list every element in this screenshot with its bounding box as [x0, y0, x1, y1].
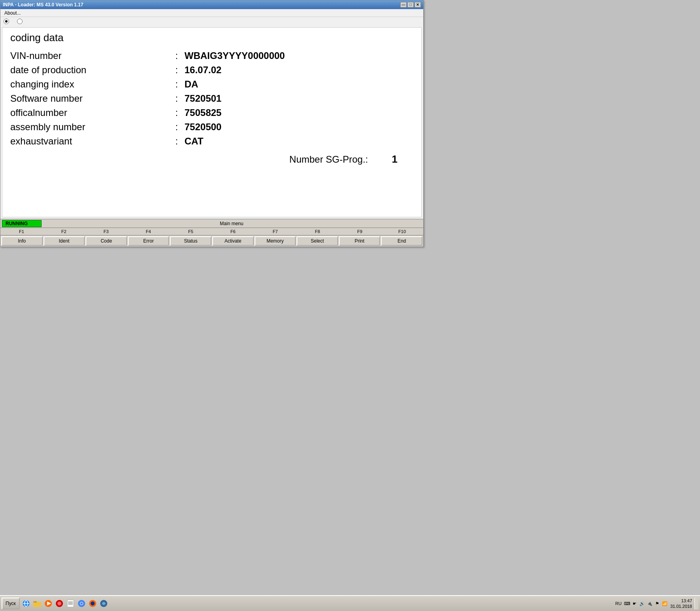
tray-icon-hand: ☛	[632, 600, 638, 607]
fkey-f7: F7	[254, 229, 297, 234]
button-print[interactable]: Print	[339, 236, 380, 246]
colon-assembly: :	[169, 121, 185, 133]
label-date: date of production	[10, 65, 169, 76]
colon-software: :	[169, 93, 185, 104]
radio-area	[0, 17, 423, 26]
value-official: 7505825	[185, 107, 221, 118]
value-date: 16.07.02	[185, 65, 221, 76]
label-software: Software number	[10, 93, 169, 104]
button-code[interactable]: Code	[86, 236, 127, 246]
fkey-f4: F4	[127, 229, 169, 234]
label-official: officalnumber	[10, 107, 169, 118]
taskbar-icon-firefox[interactable]	[88, 599, 97, 608]
section-title: coding data	[10, 32, 413, 44]
taskbar-right: RU ⌨ ☛ 🔊 🔌 ⚑ 📶 13:47 31.01.2018	[615, 598, 698, 609]
svg-point-15	[80, 602, 83, 605]
buttons-bar: Info Ident Code Error Status Activate Me…	[0, 235, 423, 247]
label-exhaust: exhaustvariant	[10, 136, 169, 147]
tray-icon-volume: 🔊	[639, 600, 645, 607]
main-menu-label: Main menu	[42, 221, 422, 226]
fkey-f9: F9	[339, 229, 381, 234]
fkey-f6: F6	[212, 229, 254, 234]
maximize-button[interactable]: □	[407, 2, 414, 8]
svg-point-17	[91, 602, 95, 605]
sg-prog-label: Number SG-Prog.:	[289, 154, 368, 165]
svg-point-8	[57, 602, 61, 605]
show-desktop-icon[interactable]	[694, 598, 698, 609]
value-vin: WBAIG3YYYY0000000	[185, 50, 285, 61]
row-official: officalnumber : 7505825	[10, 107, 413, 118]
button-ident[interactable]: Ident	[44, 236, 85, 246]
radio-circle-1[interactable]	[4, 19, 9, 24]
colon-official: :	[169, 107, 185, 118]
row-vin: VIN-number : WBAIG3YYYY0000000	[10, 50, 413, 61]
button-activate[interactable]: Activate	[212, 236, 254, 246]
tray-icon-flag: ⚑	[654, 600, 660, 607]
button-memory[interactable]: Memory	[255, 236, 296, 246]
menu-bar: About...	[0, 9, 423, 17]
clock-date: 31.01.2018	[670, 603, 692, 609]
close-button[interactable]: ✕	[415, 2, 421, 8]
row-software: Software number : 7520501	[10, 93, 413, 104]
title-bar-buttons: — □ ✕	[400, 2, 421, 8]
radio-item-2[interactable]	[17, 19, 23, 24]
clock-time: 13:47	[670, 598, 692, 603]
fkey-f2: F2	[43, 229, 85, 234]
row-assembly: assembly number : 7520500	[10, 121, 413, 133]
radio-item-1[interactable]	[4, 19, 9, 24]
start-button[interactable]: Пуск	[2, 598, 20, 609]
button-status[interactable]: Status	[170, 236, 211, 246]
value-assembly: 7520500	[185, 121, 221, 133]
radio-circle-2[interactable]	[17, 19, 23, 24]
colon-exhaust: :	[169, 136, 185, 147]
fkey-f8: F8	[297, 229, 339, 234]
button-error[interactable]: Error	[128, 236, 169, 246]
colon-date: :	[169, 65, 185, 76]
minimize-button[interactable]: —	[400, 2, 407, 8]
content-area: coding data VIN-number : WBAIG3YYYY00000…	[2, 27, 422, 217]
button-end[interactable]: End	[381, 236, 422, 246]
svg-rect-4	[33, 601, 37, 603]
svg-rect-9	[67, 600, 74, 607]
row-exhaust: exhaustvariant : CAT	[10, 136, 413, 147]
clock-area: 13:47 31.01.2018	[670, 598, 692, 609]
value-exhaust: CAT	[185, 136, 204, 147]
button-info[interactable]: Info	[1, 236, 43, 246]
tray-icon-keyboard: ⌨	[624, 600, 630, 607]
fkey-f5: F5	[169, 229, 212, 234]
tray-icon-power: 🔌	[647, 600, 653, 607]
label-assembly: assembly number	[10, 121, 169, 133]
fkey-f10: F10	[381, 229, 423, 234]
taskbar-icon-app[interactable]	[99, 599, 108, 608]
fkey-f1: F1	[0, 229, 43, 234]
start-label: Пуск	[6, 601, 16, 606]
locale-indicator: RU	[615, 601, 622, 606]
fkey-f3: F3	[85, 229, 127, 234]
sg-prog-row: Number SG-Prog.: 1	[10, 153, 413, 165]
about-menu[interactable]: About...	[3, 10, 22, 16]
taskbar-icon-chrome[interactable]	[77, 599, 86, 608]
title-bar: INPA - Loader: MS 43.0 Version 1.17 — □ …	[0, 0, 423, 9]
label-changing: changing index	[10, 79, 169, 90]
running-badge: RUNNING	[2, 220, 42, 227]
taskbar-icon-files[interactable]	[66, 599, 75, 608]
tray-icons: ⌨ ☛ 🔊 🔌 ⚑ 📶	[624, 600, 668, 607]
taskbar-icon-folder[interactable]	[32, 599, 42, 608]
row-changing: changing index : DA	[10, 79, 413, 90]
tray-icon-signal: 📶	[662, 600, 668, 607]
sg-prog-value: 1	[392, 153, 398, 165]
label-vin: VIN-number	[10, 50, 169, 61]
taskbar: Пуск	[0, 595, 700, 611]
value-software: 7520501	[185, 93, 221, 104]
row-date: date of production : 16.07.02	[10, 65, 413, 76]
value-changing: DA	[185, 79, 198, 90]
taskbar-icon-ie[interactable]	[21, 599, 31, 608]
taskbar-icon-media[interactable]	[44, 599, 53, 608]
taskbar-icon-opera[interactable]	[55, 599, 64, 608]
colon-vin: :	[169, 50, 185, 61]
colon-changing: :	[169, 79, 185, 90]
button-select[interactable]: Select	[297, 236, 338, 246]
status-bar: RUNNING Main menu	[0, 219, 423, 228]
main-window: INPA - Loader: MS 43.0 Version 1.17 — □ …	[0, 0, 424, 247]
window-title: INPA - Loader: MS 43.0 Version 1.17	[3, 2, 83, 8]
